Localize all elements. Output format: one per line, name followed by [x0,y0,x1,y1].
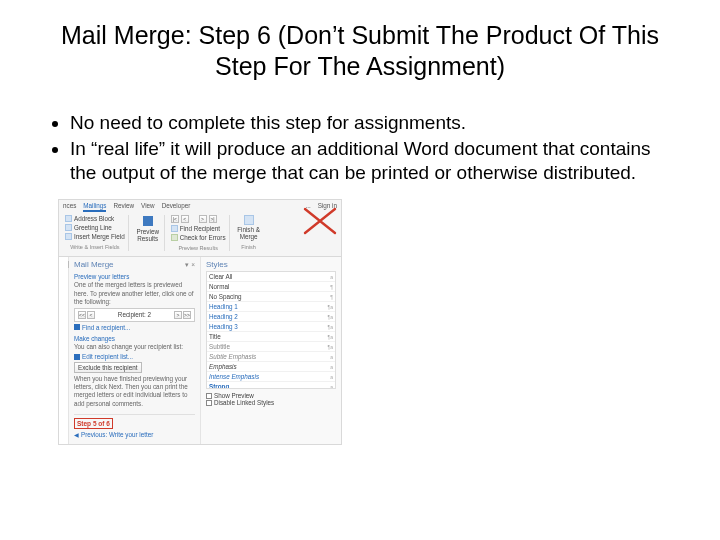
recipient-label: Recipient: 2 [118,311,151,318]
tab[interactable]: nces [63,202,76,212]
pane-title: Mail Merge [74,260,114,269]
ribbon-group-finish: Finish & Merge Finish [233,215,265,251]
address-block-icon [65,215,72,222]
changes-description: You can also change your recipient list: [74,343,195,351]
group-caption: Preview Results [171,245,226,251]
nav-last-button[interactable]: >> [183,311,191,319]
edit-list-icon [74,354,80,360]
preview-results-button[interactable]: Preview Results [135,215,161,242]
finish-merge-button[interactable]: Finish & Merge [236,215,262,240]
recipient-navigator: << < Recipient: 2 > >> [74,308,195,322]
style-item[interactable]: Stronga [207,382,335,389]
styles-heading: Styles [206,260,336,269]
bullet-item: In “real life” it will produce an additi… [70,137,676,186]
section-preview-heading: Preview your letters [74,273,195,280]
insert-merge-field-icon [65,233,72,240]
slide-title: Mail Merge: Step 6 (Don’t Submit The Pro… [44,20,676,83]
chevron-left-icon: ◀ [74,431,79,438]
nav-first-icon[interactable]: |< [171,215,179,223]
disable-linked-checkbox[interactable]: Disable Linked Styles [206,399,336,406]
embedded-screenshot: nces Mailings Review View Developer ... … [58,199,342,444]
greeting-line-button[interactable]: Greeting Line [74,224,112,231]
style-item[interactable]: No Spacing¶ [207,292,335,302]
nav-last-icon[interactable]: >| [209,215,217,223]
style-item[interactable]: Heading 2¶a [207,312,335,322]
find-recipient-link[interactable]: Find a recipient... [74,324,195,331]
nav-prev-button[interactable]: < [87,311,95,319]
bullet-item: No need to complete this step for assign… [70,111,676,135]
show-preview-checkbox[interactable]: Show Preview [206,392,336,399]
styles-pane: Styles Clear Alla Normal¶ No Spacing¶ He… [201,257,341,443]
word-ribbon: nces Mailings Review View Developer ... … [58,199,342,257]
check-errors-icon [171,234,178,241]
finish-merge-icon [244,215,254,225]
style-item[interactable]: Normal¶ [207,282,335,292]
tab[interactable]: Developer [162,202,191,212]
nav-prev-icon[interactable]: < [181,215,189,223]
checkbox-icon [206,400,212,406]
previous-step-link[interactable]: ◀ Previous: Write your letter [74,431,195,438]
ribbon-group-write-insert: Address Block Greeting Line Insert Merge… [62,215,129,251]
signin-link[interactable]: Sign in [318,202,337,212]
find-recipient-icon [171,225,178,232]
style-item[interactable]: Intense Emphasisa [207,372,335,382]
group-caption: Finish [236,244,262,250]
done-description: When you have finished previewing your l… [74,375,195,408]
mail-merge-task-pane: Mail Merge ▾ × Preview your letters One … [69,257,201,443]
insert-merge-field-button[interactable]: Insert Merge Field [74,233,125,240]
style-item[interactable]: Title¶a [207,332,335,342]
ribbon-tabs: nces Mailings Review View Developer ... … [59,200,341,212]
style-item[interactable]: Emphasisa [207,362,335,372]
ribbon-group-preview-button: Preview Results [132,215,165,251]
style-item[interactable]: Subtitle¶a [207,342,335,352]
pane-close-icon[interactable]: ▾ × [185,261,195,269]
bullet-list: No need to complete this step for assign… [44,111,676,186]
nav-next-button[interactable]: > [174,311,182,319]
wizard-footer: Step 5 of 6 ◀ Previous: Write your lette… [74,414,195,438]
styles-options: Show Preview Disable Linked Styles [206,392,336,406]
section-changes-heading: Make changes [74,335,195,342]
nav-first-button[interactable]: << [78,311,86,319]
tab[interactable]: View [141,202,155,212]
find-icon [74,324,80,330]
preview-results-icon [143,216,153,226]
style-item[interactable]: Heading 3¶a [207,322,335,332]
step-indicator-annotation: Step 5 of 6 [74,418,113,429]
group-caption: Write & Insert Fields [65,244,125,250]
style-item[interactable]: Subtle Emphasisa [207,352,335,362]
tab[interactable]: Review [113,202,134,212]
find-recipient-button[interactable]: Find Recipient [180,225,220,232]
greeting-line-icon [65,224,72,231]
exclude-recipient-button[interactable]: Exclude this recipient [74,362,142,373]
preview-description: One of the merged letters is previewed h… [74,281,195,306]
checkbox-icon [206,393,212,399]
tab-mailings[interactable]: Mailings [83,202,106,212]
style-item[interactable]: Heading 1¶a [207,302,335,312]
styles-list[interactable]: Clear Alla Normal¶ No Spacing¶ Heading 1… [206,271,336,389]
nav-next-icon[interactable]: > [199,215,207,223]
edit-recipient-list-link[interactable]: Edit recipient list... [74,353,195,360]
address-block-button[interactable]: Address Block [74,215,114,222]
style-item[interactable]: Clear Alla [207,272,335,282]
overflow[interactable]: ... [305,202,310,212]
document-ruler [59,257,69,443]
ribbon-group-preview-results: |<< >>| Find Recipient Check for Errors … [168,215,230,251]
check-errors-button[interactable]: Check for Errors [180,234,226,241]
